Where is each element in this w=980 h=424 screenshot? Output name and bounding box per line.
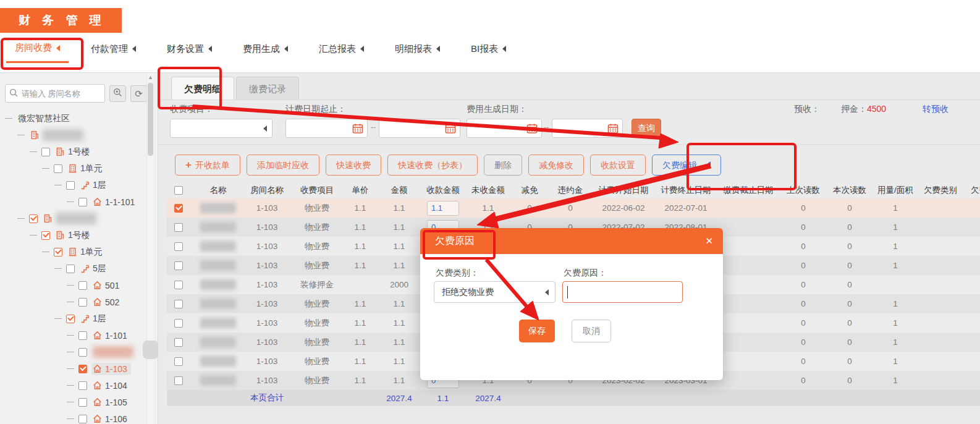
sidebar-collapse-handle[interactable]	[143, 341, 158, 359]
close-icon[interactable]: ✕	[705, 228, 713, 254]
tree-checkbox[interactable]	[78, 298, 87, 307]
tree-item-1-101[interactable]: 1-101	[0, 327, 147, 344]
tree-checkbox[interactable]	[78, 365, 87, 373]
tree-collapse-dash-icon[interactable]	[54, 185, 62, 185]
calendar-icon[interactable]	[526, 123, 538, 137]
room-search-input[interactable]	[5, 84, 105, 103]
row-checkbox[interactable]	[174, 261, 183, 270]
tree-collapse-dash-icon[interactable]	[17, 135, 25, 135]
tree-checkbox[interactable]	[66, 181, 75, 190]
tree-item-1层[interactable]: 1层	[0, 177, 147, 193]
tree-item-5层[interactable]: 5层	[0, 260, 147, 277]
nav-item-房间收费[interactable]: 房间收费	[6, 42, 69, 63]
nav-item-BI报表[interactable]: BI报表	[462, 43, 515, 62]
toolbar-button-欠费编辑[interactable]: 欠费编辑	[652, 155, 721, 176]
fee-item-select[interactable]	[170, 119, 272, 138]
calendar-icon[interactable]	[352, 123, 363, 137]
tree-checkbox[interactable]	[41, 231, 50, 240]
tree-checkbox[interactable]	[54, 248, 62, 257]
tree-item-1-103[interactable]: 1-103	[0, 360, 147, 377]
toolbar-button-添加临时应收[interactable]: 添加临时应收	[247, 155, 319, 176]
tree-item-hidden[interactable]	[0, 210, 147, 227]
tree-item-1层[interactable]: 1层	[0, 310, 147, 327]
tree-collapse-dash-icon[interactable]	[67, 335, 74, 336]
tree-collapse-dash-icon[interactable]	[67, 302, 74, 302]
tree-checkbox[interactable]	[29, 214, 38, 223]
row-checkbox[interactable]	[174, 281, 183, 289]
nav-item-财务设置[interactable]: 财务设置	[158, 43, 221, 62]
tree-item-1-1-101[interactable]: 1-1-101	[0, 193, 147, 210]
tree-checkbox[interactable]	[66, 265, 75, 273]
tree-collapse-dash-icon[interactable]	[67, 385, 74, 386]
tree-collapse-dash-icon[interactable]	[54, 268, 62, 269]
toolbar-button-开收款单[interactable]: +开收款单	[175, 155, 240, 176]
row-checkbox[interactable]	[174, 204, 183, 213]
tree-collapse-dash-icon[interactable]	[67, 418, 74, 419]
tree-checkbox[interactable]	[78, 415, 87, 423]
cancel-button[interactable]: 取消	[572, 320, 611, 342]
toolbar-button-快速收费（抄表）[interactable]: 快速收费（抄表）	[387, 155, 478, 176]
paid-amount-input[interactable]: 1.1	[427, 201, 459, 216]
generated-end-date-input[interactable]	[552, 119, 623, 138]
tree-item-1-106[interactable]: 1-106	[0, 410, 147, 424]
tree-item-hidden[interactable]	[0, 344, 147, 360]
tab-payment-records[interactable]: 缴费记录	[236, 77, 299, 100]
generated-start-date-input[interactable]	[467, 119, 542, 138]
tree-item-502[interactable]: 502	[0, 294, 147, 310]
tree-checkbox[interactable]	[78, 198, 87, 206]
tree-collapse-dash-icon[interactable]	[42, 168, 49, 169]
row-checkbox[interactable]	[174, 357, 183, 366]
tree-checkbox[interactable]	[78, 398, 87, 407]
tree-refresh-button[interactable]: ⟳	[130, 85, 147, 102]
nav-item-费用生成[interactable]: 费用生成	[234, 43, 297, 62]
tree-collapse-dash-icon[interactable]	[30, 235, 37, 235]
tree-checkbox[interactable]	[41, 148, 50, 156]
tree-collapse-dash-icon[interactable]	[42, 252, 49, 252]
query-button[interactable]: 查询	[632, 119, 661, 138]
tree-item-1-104[interactable]: 1-104	[0, 377, 147, 394]
sidebar-scrollbar[interactable]: ▲	[146, 73, 154, 424]
tree-item-1号楼[interactable]: 1号楼	[0, 143, 147, 160]
tree-collapse-dash-icon[interactable]	[67, 368, 74, 369]
nav-item-付款管理[interactable]: 付款管理	[82, 43, 145, 62]
calendar-icon[interactable]	[607, 123, 619, 137]
nav-item-汇总报表[interactable]: 汇总报表	[310, 43, 373, 62]
arrears-reason-input[interactable]	[562, 281, 683, 303]
tree-item-微宏智慧社区[interactable]: 微宏智慧社区	[0, 110, 147, 127]
row-checkbox[interactable]	[174, 338, 183, 347]
row-checkbox[interactable]	[174, 242, 183, 251]
tree-collapse-dash-icon[interactable]	[5, 118, 12, 119]
nav-item-明细报表[interactable]: 明细报表	[386, 43, 449, 62]
tab-arrears-detail[interactable]: 欠费明细	[171, 77, 234, 100]
tree-checkbox[interactable]	[66, 315, 75, 323]
tree-collapse-dash-icon[interactable]	[17, 218, 25, 219]
to-prepaid-link[interactable]: 转预收	[923, 104, 948, 115]
tree-collapse-dash-icon[interactable]	[67, 352, 74, 352]
tree-item-501[interactable]: 501	[0, 277, 147, 294]
tree-collapse-dash-icon[interactable]	[67, 201, 74, 202]
tree-checkbox[interactable]	[54, 164, 62, 173]
tree-item-hidden[interactable]	[0, 127, 147, 143]
tree-checkbox[interactable]	[78, 281, 87, 290]
tree-collapse-dash-icon[interactable]	[67, 285, 74, 286]
row-checkbox[interactable]	[174, 300, 183, 308]
tree-collapse-dash-icon[interactable]	[54, 318, 62, 319]
tree-checkbox[interactable]	[78, 348, 87, 357]
toolbar-button-删除[interactable]: 删除	[484, 155, 522, 176]
calendar-icon[interactable]	[445, 123, 456, 137]
billing-end-date-input[interactable]	[379, 119, 460, 138]
row-checkbox[interactable]	[174, 319, 183, 328]
toolbar-button-收款设置[interactable]: 收款设置	[590, 155, 646, 176]
arrears-category-select[interactable]: 拒绝交物业费	[434, 281, 555, 303]
tree-collapse-dash-icon[interactable]	[30, 151, 37, 152]
tree-item-1-105[interactable]: 1-105	[0, 394, 147, 410]
search-zoom-button[interactable]	[109, 85, 126, 102]
tree-checkbox[interactable]	[78, 331, 87, 340]
row-checkbox[interactable]	[174, 376, 183, 385]
row-checkbox[interactable]	[174, 223, 183, 232]
toolbar-button-快速收费[interactable]: 快速收费	[326, 155, 381, 176]
tree-item-1单元[interactable]: 1单元	[0, 244, 147, 260]
tree-item-1单元[interactable]: 1单元	[0, 160, 147, 177]
toolbar-button-减免修改[interactable]: 减免修改	[528, 155, 584, 176]
scroll-up-arrow-icon[interactable]: ▲	[147, 73, 154, 82]
